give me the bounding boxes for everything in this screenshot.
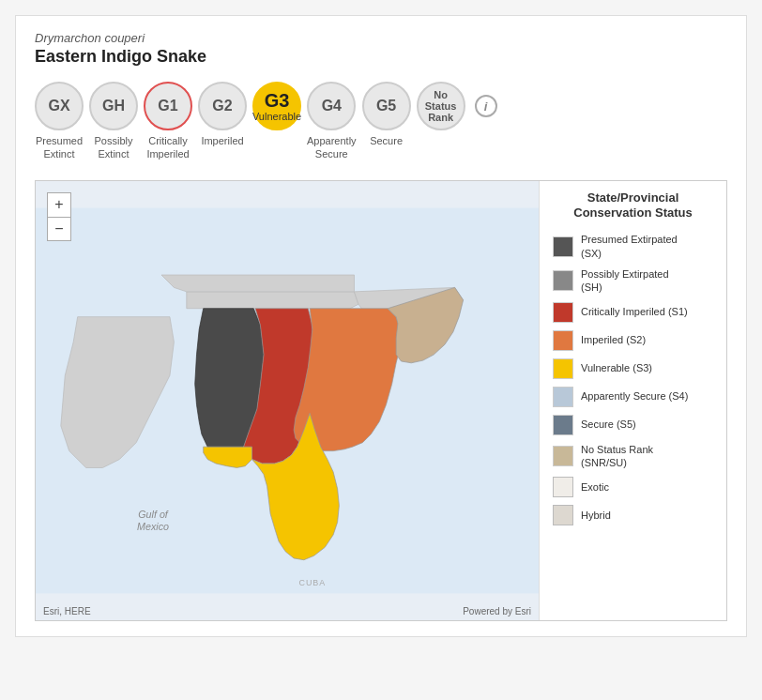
legend-swatch-3 [553,330,573,351]
rank-item-gx[interactable]: GX PresumedExtinct [35,82,84,161]
rank-circle-g4: G4 [307,82,356,130]
legend: State/ProvincialConservation Status Pres… [539,181,726,620]
rank-circle-g1: G1 [144,82,192,130]
rank-item-g2[interactable]: G2 Imperiled [198,82,247,147]
svg-text:Mexico: Mexico [137,521,169,532]
zoom-out-button[interactable]: − [47,217,71,241]
legend-item-4: Vulnerable (S3) [553,358,713,379]
rank-id-g2: G2 [212,98,232,114]
rank-item-gh[interactable]: GH PossiblyExtinct [89,82,138,161]
rank-id-g3: G3 [265,90,290,112]
rank-label-gh: PossiblyExtinct [95,134,133,161]
svg-text:Gulf of: Gulf of [138,509,169,520]
legend-swatch-2 [553,302,573,323]
rank-circle-g2: G2 [198,82,247,130]
rank-item-g1[interactable]: G1 CriticallyImperiled [144,82,192,161]
rank-item-g5[interactable]: G5 Secure [362,82,411,147]
rank-label-g5: Secure [370,134,403,147]
legend-item-2: Critically Imperiled (S1) [553,302,713,323]
species-scientific: Drymarchon couperi [35,31,727,45]
info-icon[interactable]: i [475,95,497,117]
rank-id-gx: GX [48,98,69,114]
rank-label-gx: PresumedExtinct [36,134,83,161]
legend-text-8: Exotic [581,480,609,494]
zoom-in-button[interactable]: + [47,192,71,217]
legend-swatch-4 [553,358,573,379]
rank-label-g4: ApparentlySecure [307,134,357,161]
legend-swatch-8 [553,477,573,497]
map-svg: Gulf of Mexico CUBA [36,181,539,620]
rank-sub-g3: Vulnerable [252,112,301,122]
species-common: Eastern Indigo Snake [35,47,727,67]
rank-bar: GX PresumedExtinct GH PossiblyExtinct G1… [35,82,727,161]
rank-id-ns: NoStatusRank [425,89,457,123]
rank-circle-g3: G3 Vulnerable [252,82,301,130]
legend-text-9: Hybrid [581,509,611,522]
rank-circle-ns: NoStatusRank [417,82,465,130]
rank-id-g5: G5 [376,98,396,114]
rank-id-g1: G1 [158,98,177,114]
svg-text:CUBA: CUBA [299,577,326,586]
legend-item-8: Exotic [553,477,713,497]
legend-item-1: Possibly Extirpated(SH) [553,267,713,295]
legend-swatch-9 [553,505,573,525]
map-area: + − [36,181,539,620]
legend-swatch-5 [553,387,573,407]
legend-swatch-6 [553,415,573,435]
rank-id-gh: GH [102,98,125,114]
rank-circle-gh: GH [89,82,138,130]
map-section: + − [35,180,727,621]
rank-item-g4[interactable]: G4 ApparentlySecure [307,82,357,161]
map-footer-left: Esri, HERE [43,606,91,616]
legend-item-9: Hybrid [553,505,713,525]
legend-text-5: Apparently Secure (S4) [581,389,688,403]
map-footer-right: Powered by Esri [463,606,531,616]
legend-item-3: Imperiled (S2) [553,330,713,351]
legend-text-6: Secure (S5) [581,418,636,431]
rank-item-g3[interactable]: G3 Vulnerable [252,82,301,134]
legend-item-7: No Status Rank(SNR/SU) [553,443,713,470]
legend-title: State/ProvincialConservation Status [553,190,713,222]
legend-text-1: Possibly Extirpated(SH) [581,267,669,295]
legend-text-4: Vulnerable (S3) [581,361,652,374]
rank-item-ns[interactable]: NoStatusRank [417,82,465,134]
legend-text-7: No Status Rank(SNR/SU) [581,443,653,470]
legend-text-2: Critically Imperiled (S1) [581,305,688,318]
rank-id-g4: G4 [322,98,342,114]
rank-circle-g5: G5 [362,82,411,130]
rank-label-g1: CriticallyImperiled [146,134,189,161]
rank-label-g2: Imperiled [201,134,243,147]
legend-text-3: Imperiled (S2) [581,333,646,346]
legend-item-6: Secure (S5) [553,415,713,435]
page-container: Drymarchon couperi Eastern Indigo Snake … [15,15,747,637]
legend-swatch-0 [553,236,573,257]
legend-swatch-1 [553,270,573,291]
legend-item-0: Presumed Extirpated(SX) [553,233,713,260]
legend-text-0: Presumed Extirpated(SX) [581,233,678,260]
legend-item-5: Apparently Secure (S4) [553,387,713,407]
rank-circle-gx: GX [35,82,84,130]
legend-swatch-7 [553,446,573,466]
map-controls: + − [47,192,71,241]
